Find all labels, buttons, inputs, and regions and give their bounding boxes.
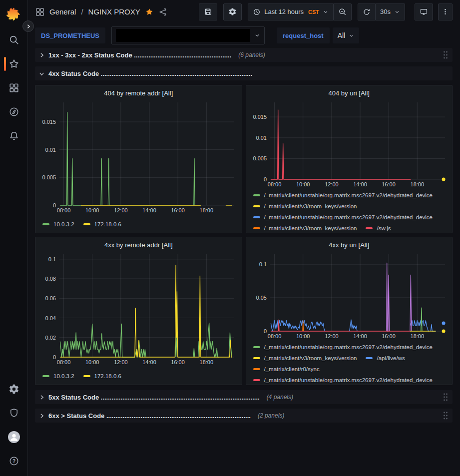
search-icon <box>8 34 19 45</box>
svg-text:0.01: 0.01 <box>45 147 56 153</box>
legend-item[interactable]: /_matrix/client/unstable/org.matrix.msc2… <box>253 344 433 350</box>
panel-404-by-uri: 404 by uri [All] 00.0050.010.01508:0010:… <box>246 85 453 233</box>
legend-item[interactable]: /sw.js <box>366 225 391 231</box>
expand-sidebar-button[interactable] <box>22 20 34 32</box>
chevron-right-icon <box>38 394 45 401</box>
time-controls: Last 12 hours CST <box>248 3 352 20</box>
svg-text:14:00: 14:00 <box>142 359 156 365</box>
legend-series-label: /_matrix/client/unstable/org.matrix.msc2… <box>264 192 433 198</box>
legend-series-color <box>42 375 49 377</box>
sidebar-item-configuration[interactable] <box>0 377 27 401</box>
row-header-6xx[interactable]: 6xx > Status Code ......................… <box>35 409 453 423</box>
row-drag-handle[interactable] <box>442 50 449 60</box>
svg-text:14:00: 14:00 <box>142 207 156 213</box>
breadcrumb-folder[interactable]: General <box>49 7 76 16</box>
time-series-chart[interactable]: 00.020.040.060.080.108:0010:0012:0014:00… <box>39 251 238 366</box>
legend-item[interactable]: /_matrix/client/v3/room_keys/version <box>253 203 357 209</box>
svg-text:12:00: 12:00 <box>325 333 339 339</box>
share-icon[interactable] <box>158 7 167 16</box>
chevron-down-icon <box>254 32 260 38</box>
row-header-1xx-3xx-2xx[interactable]: 1xx - 3xx - 2xx Status Code ............… <box>35 48 453 62</box>
panel-title[interactable]: 404 by remote addr [All] <box>39 88 238 99</box>
svg-text:18:00: 18:00 <box>410 333 424 339</box>
legend-series-color <box>83 375 90 377</box>
row-drag-handle[interactable] <box>442 411 449 421</box>
legend-item[interactable]: /_matrix/client/unstable/org.matrix.msc2… <box>253 192 433 198</box>
request-host-variable-select[interactable]: All <box>333 27 360 43</box>
panel-title[interactable]: 4xx by remote addr [All] <box>39 240 238 251</box>
sidebar-item-server-admin[interactable] <box>0 401 27 425</box>
svg-text:0.05: 0.05 <box>256 295 266 301</box>
legend-row: /_matrix/client/unstable/org.matrix.msc2… <box>253 212 449 223</box>
datasource-variable-label[interactable]: DS_PROMETHEUS <box>35 27 105 43</box>
settings-gear-icon <box>228 7 237 16</box>
time-range-picker[interactable]: Last 12 hours CST <box>248 3 334 20</box>
favorite-star-icon[interactable] <box>145 7 154 16</box>
save-floppy-icon <box>204 7 212 16</box>
explore-compass-icon <box>8 106 19 117</box>
svg-text:16:00: 16:00 <box>382 333 396 339</box>
time-series-chart[interactable]: 00.050.108:0010:0012:0014:0016:0018:00 <box>250 251 449 340</box>
svg-text:0.01: 0.01 <box>256 135 266 141</box>
refresh-interval-dropdown[interactable]: 30s <box>376 3 405 20</box>
sidebar-item-alerting[interactable] <box>0 124 27 148</box>
legend-item[interactable]: /_matrix/client/unstable/org.matrix.msc2… <box>253 377 433 383</box>
panel-row-1: 404 by remote addr [All] 00.0050.010.015… <box>35 85 453 233</box>
svg-text:10:00: 10:00 <box>85 359 99 365</box>
chevron-down-icon <box>38 70 45 77</box>
legend-item[interactable]: 10.0.3.2 <box>42 373 74 379</box>
kebab-menu-button[interactable] <box>438 3 453 20</box>
row-header-5xx[interactable]: 5xx Status Code ........................… <box>35 390 453 404</box>
dashboards-grid-icon <box>35 7 45 17</box>
svg-text:0.015: 0.015 <box>253 114 267 120</box>
refresh-button[interactable] <box>358 3 376 20</box>
tv-kiosk-button[interactable] <box>415 3 433 20</box>
star-icon <box>8 58 19 69</box>
panel-title[interactable]: 4xx by uri [All] <box>250 240 449 251</box>
panel-title[interactable]: 404 by uri [All] <box>250 88 449 99</box>
time-series-chart[interactable]: 00.0050.010.01508:0010:0012:0014:0016:00… <box>39 99 238 214</box>
panel-legend: 10.0.3.2172.18.0.6 <box>39 219 238 230</box>
row-drag-handle[interactable] <box>442 392 449 402</box>
svg-text:18:00: 18:00 <box>200 207 214 213</box>
alerting-bell-icon <box>8 130 19 141</box>
chevron-right-icon <box>38 413 45 419</box>
svg-text:0: 0 <box>53 354 56 360</box>
sidebar-item-dashboards[interactable] <box>0 76 27 100</box>
legend-item[interactable]: 10.0.3.2 <box>42 221 74 227</box>
sidebar-item-starred[interactable] <box>0 52 27 76</box>
legend-item[interactable]: /_matrix/client/unstable/org.matrix.msc2… <box>253 214 433 220</box>
datasource-variable-select[interactable] <box>111 26 265 44</box>
breadcrumb-separator: / <box>80 7 83 16</box>
svg-text:0.005: 0.005 <box>42 174 56 180</box>
legend-item[interactable]: /_matrix/client/v3/room_keys/version <box>253 355 357 361</box>
legend-item[interactable]: 172.18.0.6 <box>83 221 121 227</box>
legend-item[interactable]: /api/live/ws <box>366 355 405 361</box>
dashboard-title[interactable]: NGINX PROXY <box>88 7 140 16</box>
svg-text:08:00: 08:00 <box>57 359 71 365</box>
row-panel-count: (4 panels) <box>267 394 293 401</box>
legend-item[interactable]: /_matrix/client/v3/room_keys/version <box>253 225 357 231</box>
legend-series-label: 172.18.0.6 <box>94 373 121 379</box>
legend-series-label: /_matrix/client/v3/room_keys/version <box>264 203 357 209</box>
legend-series-label: 10.0.3.2 <box>53 373 74 379</box>
sidebar-item-help[interactable]: ? <box>0 449 27 473</box>
sidebar-item-profile[interactable] <box>0 425 27 449</box>
request-host-variable-label[interactable]: request_host <box>277 27 330 43</box>
row-header-4xx[interactable]: 4xx Status Code ........................… <box>35 66 453 80</box>
save-dashboard-button[interactable] <box>199 3 217 20</box>
legend-series-color <box>253 194 260 196</box>
dashboard-settings-button[interactable] <box>223 3 242 20</box>
sidebar-item-explore[interactable] <box>0 100 27 124</box>
sidebar-item-search[interactable] <box>0 28 27 52</box>
chevron-down-icon <box>394 9 400 15</box>
svg-text:?: ? <box>12 459 15 464</box>
zoom-out-button[interactable] <box>334 3 352 20</box>
legend-item[interactable]: 172.18.0.6 <box>83 373 121 379</box>
panel-legend: /_matrix/client/unstable/org.matrix.msc2… <box>250 190 449 233</box>
configuration-gear-icon <box>8 384 19 395</box>
legend-item[interactable]: /_matrix/client/r0/sync <box>253 366 320 372</box>
time-range-label: Last 12 hours <box>264 8 304 15</box>
svg-text:10:00: 10:00 <box>85 207 99 213</box>
time-series-chart[interactable]: 00.0050.010.01508:0010:0012:0014:0016:00… <box>250 99 449 188</box>
